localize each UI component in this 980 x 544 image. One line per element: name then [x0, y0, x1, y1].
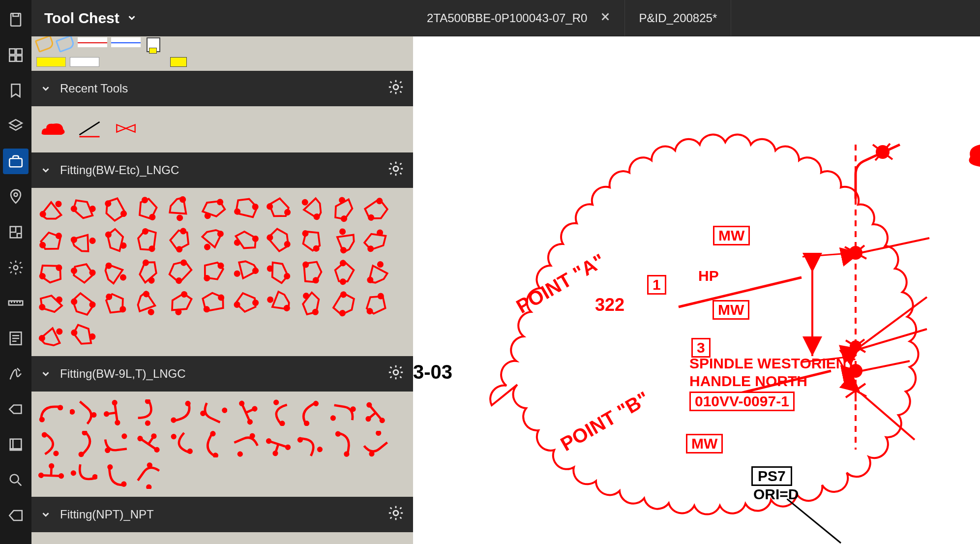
fitting-tool[interactable]	[69, 321, 98, 349]
file-icon[interactable]	[3, 7, 29, 32]
signature-icon[interactable]	[3, 361, 29, 387]
section-recent-tools[interactable]: Recent Tools	[31, 71, 413, 106]
fitting-tool[interactable]	[264, 226, 293, 255]
fitting-tool[interactable]	[134, 461, 163, 490]
fitting-tool[interactable]	[101, 258, 131, 286]
section-bw-etc[interactable]: Fitting(BW-Etc)_LNGC	[31, 152, 413, 188]
fitting-tool[interactable]	[264, 430, 293, 458]
fitting-tool[interactable]	[36, 226, 66, 255]
fitting-tool[interactable]	[166, 195, 196, 223]
fitting-tool[interactable]	[166, 398, 196, 427]
fitting-tool[interactable]	[231, 226, 261, 255]
fitting-tool[interactable]	[36, 321, 66, 349]
tag-back-icon[interactable]	[3, 396, 29, 422]
fitting-tool[interactable]	[69, 226, 98, 255]
fitting-tool[interactable]	[361, 258, 390, 286]
highlighter-blue-icon[interactable]	[57, 37, 74, 50]
gear-icon[interactable]	[387, 160, 404, 180]
fitting-tool[interactable]	[101, 226, 131, 255]
fitting-tool[interactable]	[101, 430, 131, 458]
fitting-tool[interactable]	[134, 258, 163, 286]
tab-document-2[interactable]: P&ID_200825*	[625, 0, 731, 36]
fitting-tool[interactable]	[134, 398, 163, 427]
fitting-tool[interactable]	[231, 195, 261, 223]
red-line-swatch[interactable]	[78, 37, 107, 47]
fitting-tool[interactable]	[199, 226, 228, 255]
location-icon[interactable]	[3, 184, 29, 210]
fitting-tool[interactable]	[264, 398, 293, 427]
fitting-tool[interactable]	[166, 258, 196, 286]
recent-tool-line[interactable]	[75, 114, 104, 143]
fitting-tool[interactable]	[199, 258, 228, 286]
fitting-tool[interactable]	[264, 289, 293, 318]
fitting-tool[interactable]	[328, 226, 358, 255]
fitting-tool[interactable]	[296, 430, 326, 458]
fitting-tool[interactable]	[328, 195, 358, 223]
fitting-tool[interactable]	[36, 461, 66, 490]
fitting-tool[interactable]	[296, 398, 326, 427]
floorplan-icon[interactable]	[3, 219, 29, 245]
fitting-tool[interactable]	[231, 398, 261, 427]
fitting-tool[interactable]	[328, 289, 358, 318]
fitting-tool[interactable]	[328, 430, 358, 458]
fitting-tool[interactable]	[36, 398, 66, 427]
section-npt[interactable]: Fitting(NPT)_NPT	[31, 497, 413, 532]
fitting-tool[interactable]	[166, 226, 196, 255]
highlighter-yellow-icon[interactable]	[36, 37, 53, 50]
fitting-tool[interactable]	[296, 289, 326, 318]
gear-icon[interactable]	[387, 505, 404, 524]
layers-icon[interactable]	[3, 113, 29, 139]
panel-header[interactable]: Tool Chest	[31, 0, 413, 36]
search-icon[interactable]	[3, 467, 29, 493]
section-bw-9lt[interactable]: Fitting(BW-9L,T)_LNGC	[31, 356, 413, 392]
fitting-tool[interactable]	[101, 398, 131, 427]
thumbnails-icon[interactable]	[3, 42, 29, 68]
fitting-tool[interactable]	[361, 226, 390, 255]
bookmark-icon[interactable]	[3, 78, 29, 103]
page-icon[interactable]	[3, 503, 29, 528]
fitting-tool[interactable]	[231, 430, 261, 458]
form-icon[interactable]	[3, 326, 29, 351]
fitting-tool[interactable]	[199, 398, 228, 427]
settings-icon[interactable]	[3, 255, 29, 280]
fitting-tool[interactable]	[199, 195, 228, 223]
fitting-tool[interactable]	[36, 430, 66, 458]
blue-line-swatch[interactable]	[111, 37, 141, 47]
fitting-tool[interactable]	[296, 195, 326, 223]
fitting-tool[interactable]	[328, 258, 358, 286]
fitting-tool[interactable]	[69, 258, 98, 286]
measure-icon[interactable]	[3, 290, 29, 316]
fitting-tool[interactable]	[264, 195, 293, 223]
gear-icon[interactable]	[387, 364, 404, 384]
notebook-icon[interactable]	[3, 432, 29, 457]
fitting-tool[interactable]	[69, 461, 98, 490]
fitting-tool[interactable]	[36, 289, 66, 318]
recent-tool-cloud[interactable]	[38, 114, 68, 143]
fitting-tool[interactable]	[101, 289, 131, 318]
fitting-tool[interactable]	[166, 430, 196, 458]
fitting-tool[interactable]	[231, 258, 261, 286]
fitting-tool[interactable]	[69, 195, 98, 223]
tool-chest-icon[interactable]	[3, 149, 29, 174]
fitting-tool[interactable]	[166, 289, 196, 318]
fitting-tool[interactable]	[134, 289, 163, 318]
close-icon[interactable]	[600, 11, 611, 25]
recent-tool-valve[interactable]	[111, 114, 141, 143]
fitting-tool[interactable]	[296, 258, 326, 286]
fitting-tool[interactable]	[36, 195, 66, 223]
tab-document-1[interactable]: 2TA500BBE-0P100043-07_R0	[413, 0, 625, 36]
fitting-tool[interactable]	[69, 430, 98, 458]
yellow-small-swatch[interactable]	[170, 57, 187, 67]
note-icon[interactable]	[145, 37, 161, 53]
fitting-tool[interactable]	[134, 195, 163, 223]
fitting-tool[interactable]	[296, 226, 326, 255]
drawing-canvas[interactable]: 3-03 POINT "A" POINT "B" 322 HP MW MW MW…	[413, 36, 980, 544]
fitting-tool[interactable]	[361, 195, 390, 223]
fitting-tool[interactable]	[328, 398, 358, 427]
fitting-tool[interactable]	[231, 289, 261, 318]
fitting-tool[interactable]	[199, 289, 228, 318]
fitting-tool[interactable]	[69, 289, 98, 318]
white-swatch[interactable]	[70, 57, 99, 67]
fitting-tool[interactable]	[69, 398, 98, 427]
fitting-tool[interactable]	[264, 258, 293, 286]
